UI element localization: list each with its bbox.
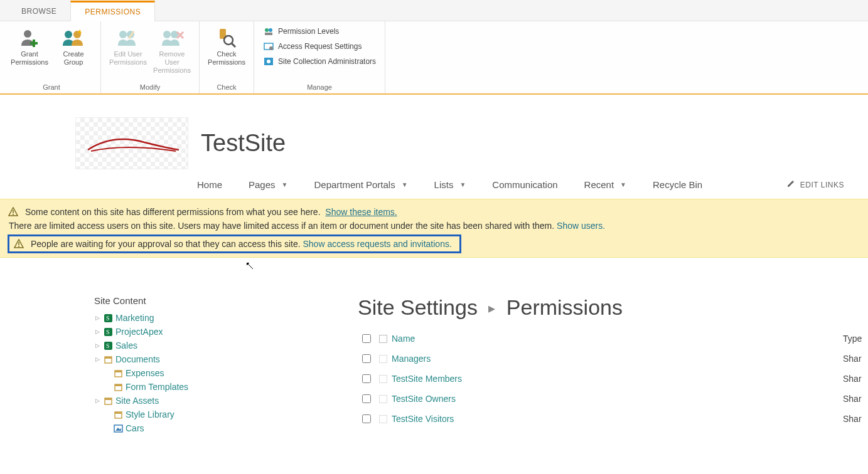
tree-item[interactable]: ▷SSales — [94, 339, 257, 352]
expand-icon[interactable]: ▷ — [94, 356, 100, 362]
row-edit-icon[interactable] — [379, 355, 387, 363]
nav-lists[interactable]: Lists▼ — [434, 179, 466, 190]
tree-item[interactable]: ▷Documents — [94, 352, 257, 366]
row-checkbox[interactable] — [362, 354, 371, 363]
permission-levels-label: Permission Levels — [278, 27, 339, 36]
access-request-settings-button[interactable]: Access Request Settings — [263, 41, 376, 51]
svg-line-15 — [232, 43, 235, 47]
site-collection-admins-button[interactable]: Site Collection Administrators — [263, 56, 376, 66]
site-content-heading: Site Content — [94, 295, 257, 306]
site-collection-admins-icon — [263, 56, 274, 66]
site-title: TestSite — [201, 130, 286, 157]
remove-user-label: Remove User Permissions — [151, 50, 193, 75]
svg-point-25 — [13, 214, 14, 215]
row-name-link[interactable]: TestSite Owners — [392, 394, 843, 404]
chevron-down-icon: ▼ — [282, 181, 288, 188]
tree-item[interactable]: Expenses — [94, 366, 257, 380]
site-content-panel: Site Content ▷SMarketing▷SProjectApex▷SS… — [94, 295, 257, 435]
svg-text:S: S — [106, 329, 110, 335]
chevron-down-icon: ▼ — [402, 181, 408, 188]
site-logo[interactable] — [75, 117, 188, 169]
edit-user-icon — [115, 25, 141, 50]
svg-point-0 — [24, 30, 31, 38]
tree-item[interactable]: ▷SMarketing — [94, 311, 257, 325]
permission-levels-button[interactable]: Permission Levels — [263, 26, 376, 36]
tree-item-label: Style Library — [126, 409, 174, 419]
notice1-text: Some content on this site has different … — [25, 207, 321, 217]
tree-item-label: Documents — [115, 354, 160, 364]
check-permissions-icon — [216, 25, 237, 50]
row-checkbox[interactable] — [362, 374, 371, 383]
site-header: TestSite — [0, 95, 868, 176]
expand-icon[interactable]: ▷ — [94, 315, 100, 321]
page-body: Site Content ▷SMarketing▷SProjectApex▷SS… — [0, 258, 868, 435]
svg-point-14 — [224, 36, 233, 45]
tree-item[interactable]: Form Templates — [94, 380, 257, 394]
nav-pages[interactable]: Pages▼ — [249, 179, 287, 190]
expand-icon[interactable]: ▷ — [94, 329, 100, 335]
ribbon-group-manage: Permission Levels Access Request Setting… — [254, 21, 385, 93]
remove-user-icon — [159, 25, 185, 50]
tree-item[interactable]: Cars — [94, 421, 257, 435]
tree-item-icon: S — [103, 340, 113, 350]
col-name[interactable]: Name — [392, 334, 843, 344]
tree-item[interactable]: Style Library — [94, 408, 257, 421]
svg-marker-46 — [115, 428, 121, 431]
nav-recycle-bin[interactable]: Recycle Bin — [653, 179, 702, 190]
table-row: TestSite MembersShar — [358, 369, 868, 389]
table-row: ManagersShar — [358, 349, 868, 369]
warning-icon — [13, 239, 24, 249]
top-nav: Home Pages▼ Department Portals▼ Lists▼ C… — [0, 176, 868, 199]
site-content-tree: ▷SMarketing▷SProjectApex▷SSales▷Document… — [94, 311, 257, 435]
grant-permissions-button[interactable]: Grant Permissions — [8, 24, 51, 68]
row-checkbox[interactable] — [362, 394, 371, 403]
tree-item-label: Site Assets — [115, 396, 159, 406]
edit-links-button[interactable]: EDIT LINKS — [786, 179, 844, 190]
access-request-settings-label: Access Request Settings — [278, 42, 362, 51]
tree-item[interactable]: ▷SProjectApex — [94, 325, 257, 339]
nav-pages-label: Pages — [249, 179, 276, 190]
check-permissions-button[interactable]: Check Permissions — [205, 24, 249, 68]
edit-user-permissions-button[interactable]: Edit User Permissions — [106, 24, 150, 76]
ribbon-group-manage-label: Manage — [307, 82, 332, 92]
select-all-checkbox[interactable] — [362, 334, 371, 343]
svg-point-9 — [163, 31, 171, 38]
create-group-icon — [61, 25, 86, 50]
ribbon-group-check-label: Check — [217, 82, 236, 92]
create-group-button[interactable]: Create Group — [51, 24, 95, 68]
row-name-link[interactable]: TestSite Members — [392, 374, 843, 384]
remove-user-permissions-button[interactable]: Remove User Permissions — [150, 24, 194, 76]
ribbon-group-modify: Edit User Permissions Remove User Permis… — [101, 21, 200, 93]
grant-permissions-icon — [19, 25, 40, 50]
tree-item-icon: S — [103, 313, 113, 323]
show-users-link[interactable]: Show users. — [557, 221, 605, 231]
nav-recent[interactable]: Recent▼ — [584, 179, 626, 190]
tree-item-icon — [113, 409, 123, 419]
chevron-down-icon: ▼ — [620, 181, 626, 188]
tree-item[interactable]: ▷Site Assets — [94, 394, 257, 408]
nav-home[interactable]: Home — [197, 179, 222, 190]
tab-browse[interactable]: BROWSE — [8, 2, 70, 21]
col-type[interactable]: Type — [843, 334, 868, 344]
pencil-icon — [786, 179, 795, 190]
show-these-items-link[interactable]: Show these items. — [325, 207, 397, 217]
site-collection-admins-label: Site Collection Administrators — [278, 57, 376, 66]
row-name-link[interactable]: Managers — [392, 354, 843, 364]
row-edit-icon[interactable] — [379, 395, 387, 403]
row-checkbox[interactable] — [362, 414, 371, 423]
expand-icon[interactable]: ▷ — [94, 398, 100, 404]
svg-rect-2 — [30, 42, 38, 45]
nav-department-portals[interactable]: Department Portals▼ — [314, 179, 407, 190]
nav-communication[interactable]: Communication — [492, 179, 557, 190]
breadcrumb-site-settings[interactable]: Site Settings — [358, 295, 478, 319]
create-group-label: Create Group — [63, 50, 83, 66]
expand-icon[interactable]: ▷ — [94, 342, 100, 349]
tab-permissions[interactable]: PERMISSIONS — [70, 1, 155, 21]
nav-department-portals-label: Department Portals — [314, 179, 395, 190]
row-edit-icon[interactable] — [379, 375, 387, 383]
row-name-link[interactable]: TestSite Visitors — [392, 414, 843, 424]
row-edit-icon[interactable] — [379, 415, 387, 423]
tree-item-label: ProjectApex — [115, 327, 163, 337]
edit-user-label: Edit User Permissions — [109, 50, 147, 66]
show-access-requests-link[interactable]: Show access requests and invitations. — [303, 239, 451, 249]
